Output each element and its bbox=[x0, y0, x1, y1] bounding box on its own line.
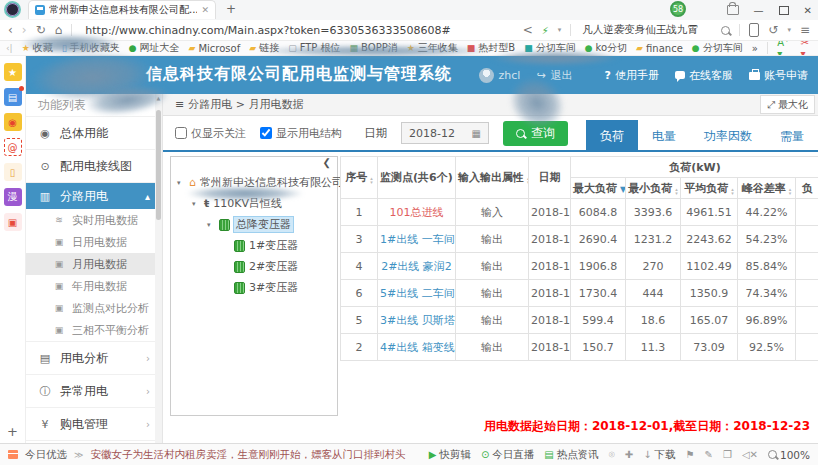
column-header[interactable]: 峰谷差率▴▾ bbox=[738, 178, 796, 199]
maximize-view-button[interactable]: ⤢ 最大化 bbox=[760, 95, 815, 114]
accelerate-icon[interactable]: ⚡ bbox=[542, 25, 549, 36]
flag-icon[interactable]: ⚑ bbox=[686, 449, 695, 460]
tab-负荷[interactable]: 负荷 bbox=[586, 120, 638, 152]
screenshot-icon[interactable]: @ bbox=[4, 138, 22, 156]
tree-node[interactable]: 1#变压器 bbox=[171, 235, 337, 256]
close-button[interactable]: ✕ bbox=[804, 5, 812, 16]
user-info[interactable]: zhcl bbox=[479, 68, 521, 83]
tree-node[interactable]: 2#变压器 bbox=[171, 256, 337, 277]
tree-node[interactable]: ▾ŧ110KV吕恒线 bbox=[171, 193, 337, 214]
cell-point-link[interactable]: 4#出线 箱变线4 bbox=[378, 334, 456, 361]
only-follow-checkbox[interactable]: 仅显示关注 bbox=[175, 126, 246, 141]
notebook-icon[interactable]: ▯ bbox=[4, 163, 22, 181]
cell-point-link[interactable]: 3#出线 贝斯塔德3 bbox=[378, 307, 456, 334]
tree-collapse-button[interactable]: ❮ bbox=[171, 157, 337, 172]
cell-point-link[interactable]: 2#出线 豪润2 bbox=[378, 253, 456, 280]
favorites-icon[interactable]: ★ bbox=[4, 63, 22, 81]
new-tab-button[interactable]: + bbox=[226, 2, 236, 16]
scroll-thumb[interactable] bbox=[156, 110, 161, 220]
bookmark-item[interactable]: ★收藏 bbox=[22, 41, 53, 55]
tab-close-icon[interactable]: ✕ bbox=[201, 5, 209, 15]
bookmark-item[interactable]: ★三年收集 bbox=[407, 41, 458, 55]
bookmark-item[interactable]: ■热封型B bbox=[467, 41, 515, 55]
news-feed-icon[interactable]: ▤ bbox=[4, 88, 22, 106]
bookmark-item[interactable]: ▦BOPP消 bbox=[350, 41, 398, 55]
window-icon[interactable]: ❐ bbox=[723, 449, 732, 460]
chevron-down-icon[interactable]: ▾ bbox=[787, 26, 791, 34]
mute-icon[interactable]: ◁✕ bbox=[742, 449, 758, 460]
bookmark-item[interactable]: ▰Microsof bbox=[189, 43, 241, 54]
bookmark-item[interactable]: ▯手机收藏夹 bbox=[62, 41, 120, 55]
menu-item[interactable]: ▤用电分析› bbox=[26, 341, 162, 374]
minimize-button[interactable]: — bbox=[754, 5, 764, 16]
submenu-item[interactable]: ≋实时用电数据 bbox=[26, 209, 162, 231]
submenu-item[interactable]: ▣监测点对比分析 bbox=[26, 297, 162, 319]
share-icon[interactable]: < bbox=[523, 23, 533, 37]
only-follow-input[interactable] bbox=[175, 127, 187, 139]
date-input[interactable]: 2018-12 ▦ bbox=[401, 122, 489, 144]
show-structure-input[interactable] bbox=[260, 127, 272, 139]
translate-icon[interactable]: A⁺ ▾ bbox=[777, 41, 790, 56]
menu-item[interactable]: ¥购电管理› bbox=[26, 407, 162, 440]
bookmark-item[interactable]: ▰链接 bbox=[249, 41, 279, 55]
chevron-down-icon[interactable]: ▾ bbox=[558, 26, 562, 34]
undo-icon[interactable]: ↺ bbox=[768, 23, 778, 37]
download-button[interactable]: ↓下载 bbox=[643, 448, 675, 462]
bookmark-item[interactable]: ▢FTP 根位 bbox=[288, 41, 340, 55]
scissors-icon[interactable]: ✂ ▾ bbox=[800, 41, 809, 56]
menu-icon[interactable]: ≡ bbox=[800, 23, 810, 37]
column-header[interactable]: 监测点(共6个)▴▾ bbox=[378, 157, 456, 199]
submenu-item[interactable]: ▣三相不平衡分析 bbox=[26, 319, 162, 341]
submenu-item[interactable]: ▣年用电数据 bbox=[26, 275, 162, 297]
header-link-question[interactable]: ?使用手册 bbox=[605, 68, 659, 83]
status-link-3[interactable]: ▤热点资讯 bbox=[544, 448, 598, 462]
games-icon[interactable]: ▣ bbox=[4, 213, 22, 231]
caret-down-icon[interactable]: ▾ bbox=[207, 221, 215, 229]
menu-item[interactable]: ⓘ异常用电› bbox=[26, 374, 162, 407]
sort-icon[interactable]: ▴▾ bbox=[370, 176, 373, 184]
submenu-item[interactable]: ▣日用电数据 bbox=[26, 231, 162, 253]
calendar-icon[interactable]: ▦ bbox=[472, 128, 481, 139]
bookmark-item[interactable]: » bbox=[752, 43, 758, 54]
back-icon[interactable]: ‹ bbox=[8, 23, 13, 37]
search-icon[interactable] bbox=[721, 26, 730, 35]
sort-desc-icon[interactable]: ▼ bbox=[620, 185, 626, 194]
speed-score-badge[interactable]: 58 bbox=[670, 1, 686, 17]
browser-logo-icon[interactable] bbox=[4, 1, 21, 18]
breadcrumb-menu-icon[interactable]: ≡ bbox=[175, 98, 184, 111]
logout-button[interactable]: ↪ 退出 bbox=[536, 68, 572, 83]
weibo-icon[interactable]: ◉ bbox=[4, 113, 22, 131]
scroll-up-icon[interactable]: ▲ bbox=[155, 94, 162, 102]
bookmark-item[interactable]: ●ko分切 bbox=[585, 41, 627, 55]
tab-需量[interactable]: 需量 bbox=[766, 120, 818, 152]
app-market-icon[interactable] bbox=[727, 5, 739, 15]
daily-picks-label[interactable]: 今日优选 bbox=[25, 448, 67, 462]
status-link-2[interactable]: ⊙今日直播 bbox=[481, 448, 534, 462]
news-ticker[interactable]: 安徽女子为生活村内租房卖淫，生意刚刚开始，嫖客从门口排到村头 bbox=[90, 448, 405, 462]
add-sidebar-app-button[interactable]: + bbox=[0, 424, 25, 439]
zoom-control[interactable]: 100% bbox=[768, 449, 810, 461]
tree-node[interactable]: ▾总降变压器 bbox=[171, 214, 337, 235]
menu-item[interactable]: ⊙配用电接线图 bbox=[26, 149, 162, 182]
bookmark-item[interactable]: ●网址大全 bbox=[129, 41, 180, 55]
tab-功率因数[interactable]: 功率因数 bbox=[690, 120, 766, 152]
cell-point-link[interactable]: 5#出线 二车间 bbox=[378, 280, 456, 307]
sort-icon[interactable]: ▴▾ bbox=[675, 187, 678, 195]
url-text[interactable]: http://www.chinadny.com/Main.aspx?token=… bbox=[85, 24, 450, 37]
menu-item[interactable]: ▥分路用电▴ bbox=[26, 182, 162, 209]
column-header[interactable]: 日期 bbox=[529, 157, 571, 199]
caret-down-icon[interactable]: ▾ bbox=[192, 200, 200, 208]
submenu-item[interactable]: ▣月用电数据 bbox=[26, 253, 162, 275]
browser-tab[interactable]: 常州新申达信息科技有限公司配... ✕ bbox=[28, 0, 216, 19]
screenshot-icon[interactable]: ⌾ bbox=[609, 449, 615, 461]
bookmark-item[interactable]: ■分切车间 bbox=[524, 41, 576, 55]
search-input[interactable] bbox=[580, 23, 712, 37]
home-icon[interactable]: ⌂ bbox=[55, 23, 63, 37]
query-button[interactable]: 查询 bbox=[503, 121, 568, 146]
refresh-icon[interactable]: ↻ bbox=[36, 23, 46, 37]
menu-scrollbar[interactable]: ▲ bbox=[155, 94, 162, 443]
bookmark-item[interactable]: ▰finance bbox=[636, 43, 683, 54]
tree-node[interactable]: ▾⌂常州新申达信息科技有限公司 bbox=[171, 172, 337, 193]
column-header[interactable]: 平均负荷▴▾ bbox=[681, 178, 738, 199]
column-header[interactable]: 最大负荷▼ bbox=[571, 178, 626, 199]
